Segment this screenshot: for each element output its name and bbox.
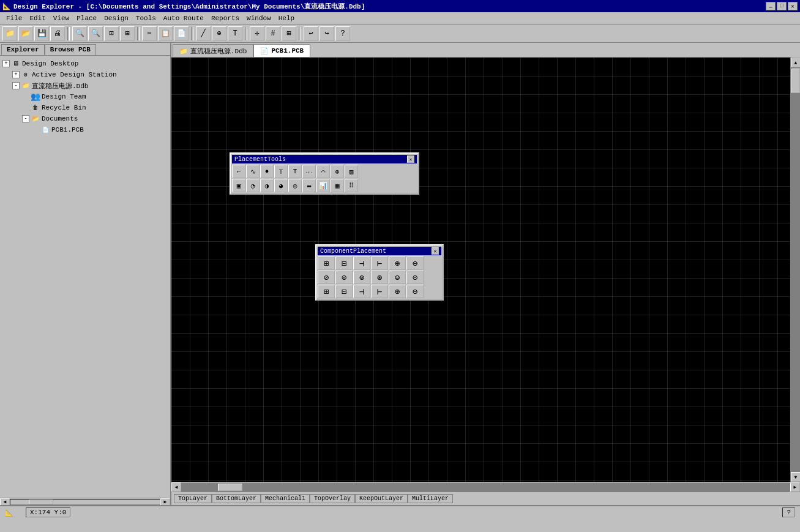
component-placement-close[interactable]: ✕ — [432, 247, 439, 255]
zoom-out-button[interactable]: 🔍 — [88, 26, 103, 41]
copy-button[interactable]: 📋 — [158, 26, 173, 41]
zoom-area-button[interactable]: ⊞ — [120, 26, 135, 41]
cp-btn-4[interactable]: ⊢ — [371, 257, 388, 270]
pt-btn-arc2[interactable]: ◔ — [246, 179, 260, 192]
component-button[interactable]: ⊕ — [212, 26, 226, 41]
minimize-button[interactable]: _ — [766, 2, 776, 10]
pt-btn-angle[interactable]: ⌒ — [316, 165, 330, 178]
tree-item-recycle-bin[interactable]: 🗑 Recycle Bin — [22, 102, 168, 113]
vscroll-thumb[interactable] — [791, 69, 800, 93]
expander-ddb[interactable]: - — [12, 82, 20, 89]
menu-window[interactable]: Window — [243, 14, 275, 23]
pt-btn-arc5[interactable]: ◎ — [288, 179, 302, 192]
save-button[interactable]: 💾 — [34, 26, 49, 41]
tab-browse-pcb[interactable]: Browse PCB — [45, 44, 96, 55]
expander-design-desktop[interactable]: + — [2, 60, 10, 67]
cp-btn-16[interactable]: ⊢ — [371, 285, 388, 298]
cp-btn-8[interactable]: ⊙ — [335, 271, 353, 284]
pt-btn-grid2[interactable]: ▦ — [331, 179, 344, 192]
placement-tools-close[interactable]: ✕ — [407, 155, 414, 163]
pt-btn-coord[interactable]: .,. — [302, 165, 316, 178]
cp-btn-13[interactable]: ⊞ — [318, 285, 335, 298]
layer-tab-toplayer[interactable]: TopLayer — [174, 494, 212, 503]
cp-btn-7[interactable]: ⊘ — [318, 271, 335, 284]
sidebar-scroll-left[interactable]: ◀ — [0, 498, 10, 506]
pt-btn-cross[interactable]: ⊗ — [331, 165, 344, 178]
pt-btn-chart[interactable]: 📊 — [316, 179, 330, 192]
layer-tab-keepoutlayer[interactable]: KeepOutLayer — [355, 494, 408, 503]
component-placement-title[interactable]: ComponentPlacement ✕ — [318, 247, 441, 255]
cp-btn-10[interactable]: ⊛ — [371, 271, 388, 284]
sidebar-scroll-right[interactable]: ▶ — [160, 498, 170, 506]
pt-btn-line[interactable]: ∿ — [246, 165, 260, 178]
vscroll-track[interactable] — [791, 67, 800, 472]
redo-button[interactable]: ↪ — [320, 26, 334, 41]
hscroll-thumb[interactable] — [218, 484, 242, 491]
layer-tab-topoverlay[interactable]: TopOverlay — [310, 494, 355, 503]
pt-btn-rect[interactable]: ▣ — [232, 179, 245, 192]
tree-item-pcb1[interactable]: 📄 PCB1.PCB — [32, 124, 168, 135]
menu-view[interactable]: View — [50, 14, 73, 23]
cross-probe-button[interactable]: ✛ — [250, 26, 264, 41]
pt-btn-bar[interactable]: ▬ — [302, 179, 316, 192]
layer-tab-bottomlayer[interactable]: BottomLayer — [212, 494, 261, 503]
pt-btn-pin[interactable]: ⊤ — [274, 165, 288, 178]
menu-tools[interactable]: Tools — [132, 14, 160, 23]
grid-button[interactable]: # — [266, 26, 280, 41]
cp-btn-14[interactable]: ⊟ — [335, 285, 353, 298]
tree-item-ddb[interactable]: - 📁 直流稳压电源.Ddb — [12, 80, 168, 91]
sidebar-scroll-thumb[interactable] — [29, 500, 53, 504]
cp-btn-9[interactable]: ⊚ — [353, 271, 370, 284]
menu-help[interactable]: Help — [275, 14, 298, 23]
menu-reports[interactable]: Reports — [207, 14, 243, 23]
tree-item-design-desktop[interactable]: + 🖥 Design Desktop — [2, 58, 168, 69]
menu-file[interactable]: File — [2, 14, 26, 23]
cp-btn-2[interactable]: ⊟ — [335, 257, 353, 270]
tree-item-active-design[interactable]: + ⚙ Active Design Station — [12, 69, 168, 80]
print-button[interactable]: 🖨 — [50, 26, 65, 41]
new-button[interactable]: 📁 — [2, 26, 17, 41]
vscroll-down[interactable]: ▼ — [791, 472, 800, 482]
menu-place[interactable]: Place — [73, 14, 100, 23]
cp-btn-12[interactable]: ⊝ — [406, 271, 424, 284]
pt-btn-text[interactable]: T — [288, 165, 302, 178]
cp-btn-1[interactable]: ⊞ — [318, 257, 335, 270]
pt-btn-arc3[interactable]: ◑ — [260, 179, 274, 192]
title-bar-controls[interactable]: _ □ ✕ — [766, 2, 798, 10]
pcb-canvas[interactable]: PlacementTools ✕ ⌐ ∿ ● ⊤ T .,. ⌒ ⊗ ▨ ▣ — [171, 58, 790, 482]
cp-btn-17[interactable]: ⊕ — [389, 285, 406, 298]
hscroll-left[interactable]: ◀ — [171, 482, 181, 492]
expander-active-design[interactable]: + — [12, 71, 20, 78]
open-button[interactable]: 📂 — [18, 26, 33, 41]
cp-btn-18[interactable]: ⊖ — [406, 285, 424, 298]
menu-design[interactable]: Design — [100, 14, 132, 23]
layer-tab-mechanical1[interactable]: Mechanical1 — [261, 494, 310, 503]
cp-btn-15[interactable]: ⊣ — [353, 285, 370, 298]
units-button[interactable]: ⊞ — [282, 26, 296, 41]
pt-btn-arc[interactable]: ⌐ — [232, 165, 245, 178]
pt-btn-dots[interactable]: ⠿ — [345, 179, 358, 192]
cut-button[interactable]: ✂ — [142, 26, 157, 41]
paste-button[interactable]: 📄 — [174, 26, 189, 41]
pcb-vertical-scrollbar[interactable]: ▲ ▼ — [790, 58, 800, 482]
hscroll-track[interactable] — [181, 483, 790, 492]
tab-explorer[interactable]: Explorer — [1, 44, 45, 55]
cp-btn-6[interactable]: ⊖ — [406, 257, 424, 270]
tree-item-documents[interactable]: - 📂 Documents — [22, 113, 168, 124]
cp-btn-11[interactable]: ⊜ — [389, 271, 406, 284]
cp-btn-3[interactable]: ⊣ — [353, 257, 370, 270]
maximize-button[interactable]: □ — [777, 2, 787, 10]
layer-tab-multilayer[interactable]: MultiLayer — [408, 494, 453, 503]
tree-item-design-team[interactable]: 👥 Design Team — [22, 91, 168, 102]
undo-button[interactable]: ↩ — [304, 26, 318, 41]
pcb-horizontal-scrollbar[interactable]: ◀ ▶ — [171, 482, 800, 492]
help-button[interactable]: ? — [335, 26, 350, 41]
vscroll-up[interactable]: ▲ — [791, 58, 800, 67]
sidebar-scroll-track[interactable] — [10, 499, 160, 505]
pt-btn-circle[interactable]: ● — [260, 165, 274, 178]
pt-btn-fill[interactable]: ▨ — [345, 165, 358, 178]
zoom-in-button[interactable]: 🔍 — [72, 26, 87, 41]
status-help[interactable]: ? — [782, 508, 795, 517]
cp-btn-5[interactable]: ⊕ — [389, 257, 406, 270]
pt-btn-arc4[interactable]: ◕ — [274, 179, 288, 192]
